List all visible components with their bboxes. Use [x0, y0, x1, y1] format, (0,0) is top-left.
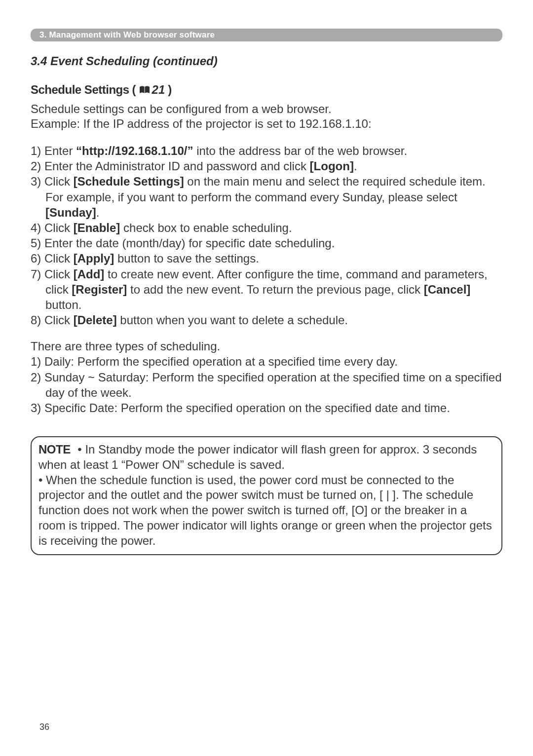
document-page: 3. Management with Web browser software …	[0, 0, 533, 555]
paren-close: )	[168, 83, 172, 97]
intro-line-2: Example: If the IP address of the projec…	[31, 116, 502, 131]
step-1: 1) Enter “http://192.168.1.10/” into the…	[31, 143, 502, 158]
step-4: 4) Click [Enable] check box to enable sc…	[31, 220, 502, 235]
type-2: 2) Sunday ~ Saturday: Perform the specif…	[31, 370, 502, 400]
book-icon	[139, 86, 150, 95]
step-7: 7) Click [Add] to create new event. Afte…	[31, 266, 502, 313]
reference-number: 21	[152, 83, 165, 97]
steps-list: 1) Enter “http://192.168.1.10/” into the…	[31, 143, 502, 328]
type-1: 1) Daily: Perform the specified operatio…	[31, 354, 502, 369]
page-number: 36	[39, 722, 49, 732]
intro-line-1: Schedule settings can be configured from…	[31, 102, 502, 116]
types-intro: There are three types of scheduling.	[31, 339, 502, 354]
note-box: NOTE • In Standby mode the power indicat…	[31, 436, 502, 555]
paren-open: (	[132, 83, 136, 97]
step-2: 2) Enter the Administrator ID and passwo…	[31, 158, 502, 174]
types-list: 1) Daily: Perform the specified operatio…	[31, 354, 502, 416]
step-8: 8) Click [Delete] button when you want t…	[31, 312, 502, 328]
step-3: 3) Click [Schedule Settings] on the main…	[31, 174, 502, 220]
chapter-title: 3. Management with Web browser software	[39, 30, 215, 40]
sub-heading: Schedule Settings ( 21 )	[31, 83, 502, 97]
chapter-bar: 3. Management with Web browser software	[31, 29, 502, 41]
sub-heading-text: Schedule Settings	[31, 83, 129, 97]
section-title: 3.4 Event Scheduling (continued)	[31, 54, 502, 68]
intro-text: Schedule settings can be configured from…	[31, 102, 502, 131]
step-6: 6) Click [Apply] button to save the sett…	[31, 251, 502, 266]
type-3: 3) Specific Date: Perform the specified …	[31, 400, 502, 416]
note-label: NOTE	[38, 443, 71, 456]
step-5: 5) Enter the date (month/day) for specif…	[31, 235, 502, 251]
note-body: • In Standby mode the power indicator wi…	[38, 443, 492, 547]
